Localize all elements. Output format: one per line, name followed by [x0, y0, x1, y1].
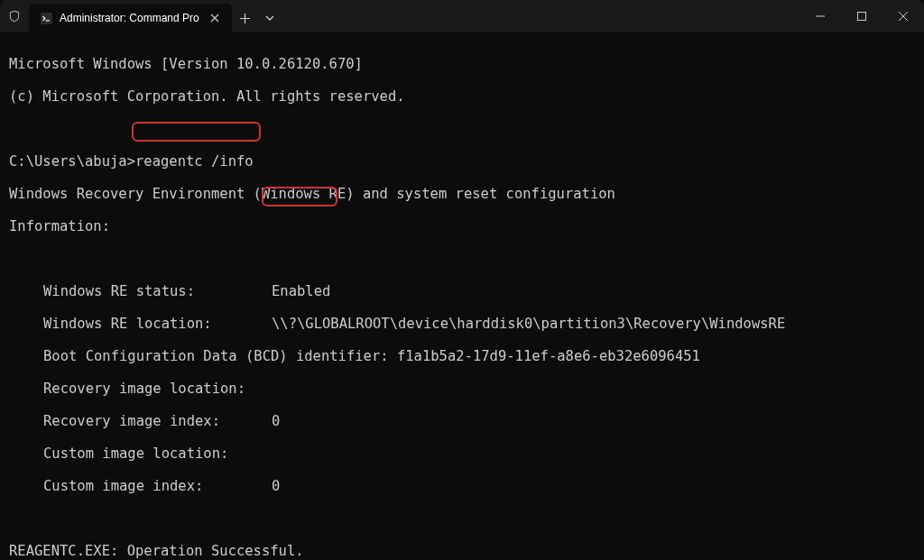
output-row: Recovery image location: — [9, 381, 915, 397]
maximize-icon — [857, 12, 866, 21]
window-controls — [799, 0, 924, 32]
row-label: Custom image location: — [43, 445, 272, 462]
titlebar-left: Administrator: Command Pro — [0, 0, 281, 32]
tab-active[interactable]: Administrator: Command Pro — [29, 4, 232, 32]
plus-icon — [240, 14, 250, 23]
titlebar: Administrator: Command Pro — [0, 0, 924, 32]
banner-line: (c) Microsoft Corporation. All rights re… — [9, 88, 915, 105]
row-label: Windows RE location: — [43, 316, 272, 332]
chevron-down-icon — [265, 14, 274, 23]
output-row: Windows RE status:Enabled — [9, 283, 915, 299]
row-label: Boot Configuration Data (BCD) identifier… — [43, 348, 389, 364]
row-label: Custom image index: — [43, 478, 272, 494]
row-label: Windows RE status: — [43, 283, 272, 299]
tab-dropdown-button[interactable] — [259, 14, 281, 23]
command-prompt-icon — [40, 12, 52, 24]
prompt-path: C:\Users\abuja> — [9, 153, 135, 170]
terminal-window: Administrator: Command Pro — [0, 0, 924, 560]
blank-line — [9, 510, 915, 527]
close-window-button[interactable] — [882, 0, 924, 32]
row-value: \\?\GLOBALROOT\device\harddisk0\partitio… — [272, 316, 785, 332]
output-line: REAGENTC.EXE: Operation Successful. — [9, 543, 915, 559]
blank-line — [9, 251, 915, 267]
output-row: Custom image index:0 — [9, 478, 915, 494]
row-value: Enabled — [272, 283, 330, 299]
output-line: Windows Recovery Environment (Windows RE… — [9, 186, 915, 202]
row-value: 0 — [272, 478, 280, 494]
typed-command: reagentc /info — [135, 153, 254, 170]
shield-icon — [7, 9, 22, 23]
output-row: Windows RE location:\\?\GLOBALROOT\devic… — [9, 316, 915, 332]
output-row: Boot Configuration Data (BCD) identifier… — [9, 348, 915, 364]
tab-close-button[interactable] — [207, 10, 223, 26]
blank-line — [9, 121, 915, 137]
tab-title: Administrator: Command Pro — [60, 12, 199, 24]
close-icon — [210, 14, 219, 23]
close-icon — [899, 12, 908, 21]
output-row: Custom image location: — [9, 445, 915, 462]
prompt-line: C:\Users\abuja>reagentc /info — [9, 153, 915, 170]
row-label: Recovery image location: — [43, 381, 272, 397]
terminal-body[interactable]: Microsoft Windows [Version 10.0.26120.67… — [0, 32, 924, 560]
output-line: Information: — [9, 218, 915, 234]
row-value: f1a1b5a2-17d9-11ef-a8e6-eb32e6096451 — [389, 348, 700, 364]
row-value: 0 — [272, 413, 280, 429]
row-label: Recovery image index: — [43, 413, 272, 429]
svg-rect-1 — [858, 13, 866, 21]
new-tab-button[interactable] — [232, 14, 259, 23]
titlebar-drag-region[interactable] — [281, 0, 799, 32]
maximize-button[interactable] — [841, 0, 882, 32]
minimize-icon — [816, 12, 825, 21]
svg-rect-0 — [41, 13, 52, 24]
output-row: Recovery image index:0 — [9, 413, 915, 429]
banner-line: Microsoft Windows [Version 10.0.26120.67… — [9, 56, 915, 72]
minimize-button[interactable] — [799, 0, 841, 32]
